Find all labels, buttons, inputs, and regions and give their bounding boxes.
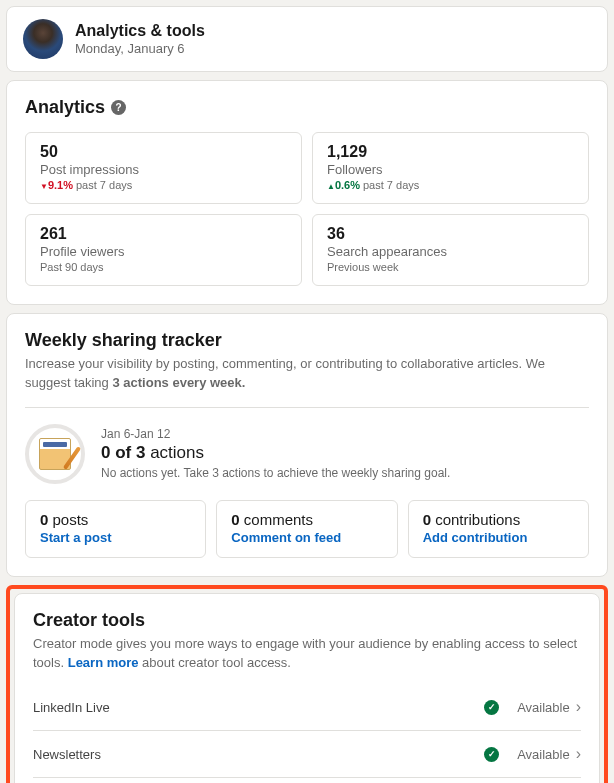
start-post-link[interactable]: Start a post	[40, 530, 112, 545]
tool-row-follow-link[interactable]: Follow link ✓ Available›	[33, 778, 581, 783]
check-circle-icon: ✓	[484, 700, 499, 715]
add-contribution-link[interactable]: Add contribution	[423, 530, 528, 545]
avatar[interactable]	[23, 19, 63, 59]
metric-value: 50	[40, 143, 287, 161]
creator-tools-card: Creator tools Creator mode gives you mor…	[14, 593, 600, 783]
metric-value: 1,129	[327, 143, 574, 161]
status-text: Available	[517, 747, 570, 762]
metric-value: 36	[327, 225, 574, 243]
comment-on-feed-link[interactable]: Comment on feed	[231, 530, 341, 545]
progress-circle-icon	[25, 424, 85, 484]
metric-sub: ▲0.6% past 7 days	[327, 179, 574, 191]
tool-status: ✓ Available›	[484, 698, 581, 716]
check-circle-icon: ✓	[484, 747, 499, 762]
creator-subtext: Creator mode gives you more ways to enga…	[33, 635, 581, 673]
action-comments: 0 comments Comment on feed	[216, 500, 397, 558]
page-date: Monday, January 6	[75, 41, 205, 56]
help-icon[interactable]: ?	[111, 100, 126, 115]
action-contributions: 0 contributions Add contribution	[408, 500, 589, 558]
tracker-progress-row: Jan 6-Jan 12 0 of 3 actions No actions y…	[25, 408, 589, 500]
notepad-icon	[39, 438, 71, 470]
tracker-hint: No actions yet. Take 3 actions to achiev…	[101, 466, 450, 480]
analytics-heading-text: Analytics	[25, 97, 105, 118]
creator-tools-highlight: Creator tools Creator mode gives you mor…	[6, 585, 608, 783]
metric-label: Followers	[327, 162, 574, 177]
tool-name: Newsletters	[33, 747, 101, 762]
creator-heading: Creator tools	[33, 610, 581, 631]
action-count: 0 contributions	[423, 511, 574, 528]
metric-label: Profile viewers	[40, 244, 287, 259]
chevron-right-icon: ›	[576, 745, 581, 763]
status-text: Available	[517, 700, 570, 715]
tracker-progress-text: 0 of 3 actions	[101, 443, 450, 463]
tool-status: ✓ Available›	[484, 745, 581, 763]
action-count: 0 posts	[40, 511, 191, 528]
metric-search-appearances[interactable]: 36 Search appearances Previous week	[312, 214, 589, 286]
metric-label: Search appearances	[327, 244, 574, 259]
learn-more-link[interactable]: Learn more	[68, 655, 139, 670]
metric-label: Post impressions	[40, 162, 287, 177]
metric-value: 261	[40, 225, 287, 243]
metric-followers[interactable]: 1,129 Followers ▲0.6% past 7 days	[312, 132, 589, 204]
tool-row-linkedin-live[interactable]: LinkedIn Live ✓ Available›	[33, 684, 581, 731]
metric-sub: ▼9.1% past 7 days	[40, 179, 287, 191]
metric-post-impressions[interactable]: 50 Post impressions ▼9.1% past 7 days	[25, 132, 302, 204]
metric-period: past 7 days	[76, 179, 132, 191]
tracker-subtext: Increase your visibility by posting, com…	[25, 355, 589, 393]
metric-period: Past 90 days	[40, 261, 287, 273]
action-count: 0 comments	[231, 511, 382, 528]
tool-row-newsletters[interactable]: Newsletters ✓ Available›	[33, 731, 581, 778]
metric-profile-viewers[interactable]: 261 Profile viewers Past 90 days	[25, 214, 302, 286]
tracker-info: Jan 6-Jan 12 0 of 3 actions No actions y…	[101, 427, 450, 480]
chevron-right-icon: ›	[576, 698, 581, 716]
header-text: Analytics & tools Monday, January 6	[75, 22, 205, 56]
action-posts: 0 posts Start a post	[25, 500, 206, 558]
arrow-up-icon: ▲0.6%	[327, 179, 360, 191]
page-header: Analytics & tools Monday, January 6	[6, 6, 608, 72]
tracker-date-range: Jan 6-Jan 12	[101, 427, 450, 441]
analytics-heading: Analytics ?	[25, 97, 589, 118]
analytics-card: Analytics ? 50 Post impressions ▼9.1% pa…	[6, 80, 608, 305]
arrow-down-icon: ▼9.1%	[40, 179, 73, 191]
metric-period: Previous week	[327, 261, 574, 273]
metric-period: past 7 days	[363, 179, 419, 191]
page-title: Analytics & tools	[75, 22, 205, 40]
tracker-heading: Weekly sharing tracker	[25, 330, 589, 351]
tool-name: LinkedIn Live	[33, 700, 110, 715]
weekly-tracker-card: Weekly sharing tracker Increase your vis…	[6, 313, 608, 577]
